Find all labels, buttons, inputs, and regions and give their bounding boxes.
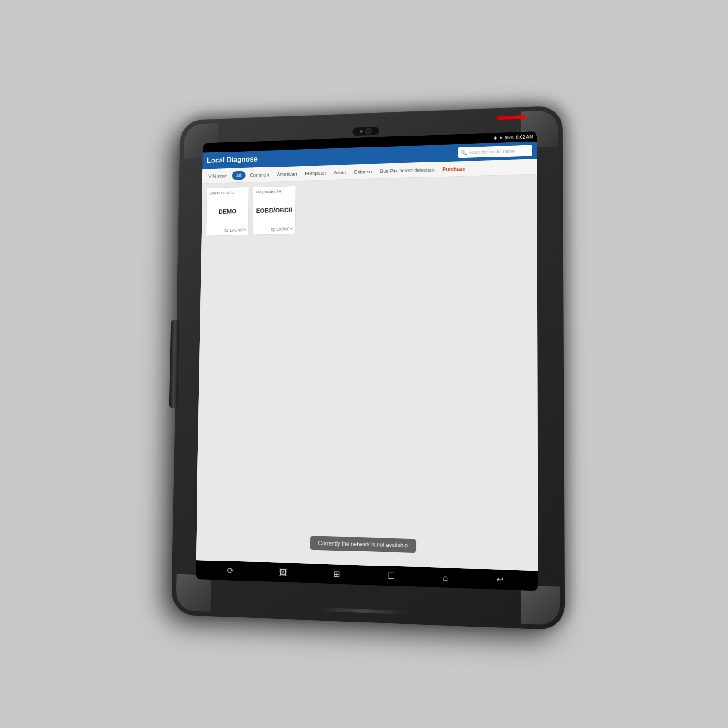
tab-all[interactable]: All bbox=[232, 171, 246, 180]
search-icon: 🔍 bbox=[461, 150, 467, 156]
status-icons: ◉ ✦ 96% 6:02 AM bbox=[494, 134, 533, 141]
nav-recents-btn[interactable]: ☐ bbox=[382, 569, 400, 583]
tab-american[interactable]: American bbox=[273, 169, 301, 178]
tablet-device: ◉ ✦ 96% 6:02 AM Local Diagnose 🔍 Enter t… bbox=[172, 106, 565, 630]
network-toast-message: Currently the network is not available bbox=[318, 540, 408, 549]
side-grip bbox=[169, 320, 179, 408]
clock: 6:02 AM bbox=[516, 134, 533, 140]
nav-back-btn[interactable]: ↩ bbox=[491, 572, 510, 587]
screen-bezel: ◉ ✦ 96% 6:02 AM Local Diagnose 🔍 Enter t… bbox=[196, 131, 538, 591]
tab-common[interactable]: Common bbox=[246, 170, 273, 179]
card-demo-label: DEMO bbox=[209, 194, 246, 228]
network-toast: Currently the network is not available bbox=[310, 536, 416, 553]
bluetooth-icon: ✦ bbox=[499, 135, 503, 140]
camera-lens bbox=[365, 128, 372, 134]
tab-bus-pin[interactable]: Bus Pin Detect detection bbox=[376, 165, 438, 176]
card-eobd-label: EOBD/OBDII bbox=[255, 193, 293, 228]
tab-vin-scan[interactable]: VIN scan bbox=[205, 171, 231, 181]
cards-grid: Diagnostics for DEMO by LAUNCH Diagnosti… bbox=[206, 179, 532, 236]
card-demo-footer: by LAUNCH bbox=[209, 228, 246, 233]
nav-browser-btn[interactable]: ⟳ bbox=[222, 564, 239, 578]
location-icon: ◉ bbox=[494, 136, 497, 140]
nav-gallery-btn[interactable]: 🖼 bbox=[274, 566, 293, 580]
card-eobd-footer: by LAUNCH bbox=[255, 227, 293, 232]
camera-area bbox=[352, 127, 379, 136]
corner-bumper-bl bbox=[176, 574, 211, 612]
android-screen: ◉ ✦ 96% 6:02 AM Local Diagnose 🔍 Enter t… bbox=[196, 131, 538, 591]
card-demo[interactable]: Diagnostics for DEMO by LAUNCH bbox=[206, 187, 249, 236]
bottom-edge bbox=[317, 607, 408, 615]
nav-home-btn[interactable]: ⌂ bbox=[437, 571, 454, 585]
nav-apps-btn[interactable]: ⊞ bbox=[328, 567, 346, 581]
camera-indicator bbox=[360, 130, 363, 133]
main-content: Diagnostics for DEMO by LAUNCH Diagnosti… bbox=[196, 174, 538, 571]
card-eobd[interactable]: Diagnostics for EOBD/OBDII by LAUNCH bbox=[252, 186, 296, 235]
tab-european[interactable]: European bbox=[301, 168, 329, 177]
tab-asian[interactable]: Asian bbox=[330, 167, 349, 177]
battery-level: 96% bbox=[505, 135, 514, 140]
corner-bumper-br bbox=[521, 586, 560, 625]
tab-purchase[interactable]: Purchase bbox=[439, 164, 469, 174]
tab-chinese[interactable]: Chinese bbox=[350, 167, 375, 176]
search-placeholder: Enter the model name bbox=[469, 148, 515, 155]
search-box[interactable]: 🔍 Enter the model name bbox=[458, 145, 532, 158]
